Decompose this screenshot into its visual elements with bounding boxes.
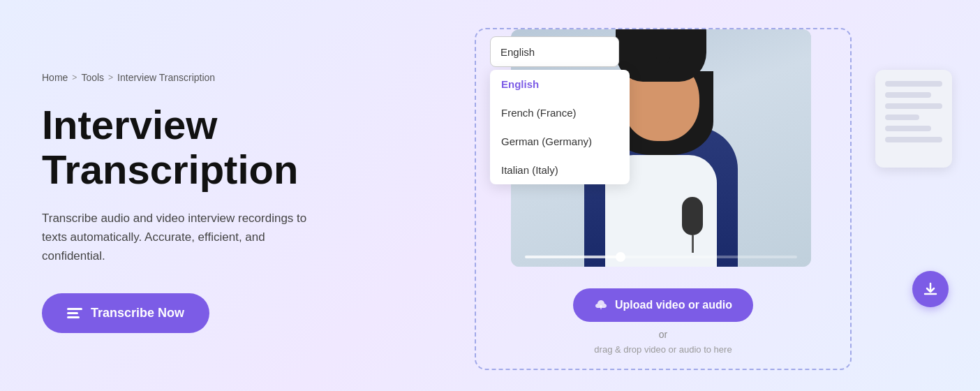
svg-rect-1 <box>67 312 78 314</box>
video-progress-bar[interactable] <box>525 256 797 258</box>
left-section: Home > Tools > Interview Transcription I… <box>42 58 391 333</box>
transcribe-icon <box>67 308 82 319</box>
breadcrumb-home[interactable]: Home <box>42 72 68 83</box>
breadcrumb-current: Interview Transcription <box>117 72 215 83</box>
breadcrumb-sep2: > <box>108 73 113 82</box>
svg-rect-0 <box>67 308 82 310</box>
lang-option-italian[interactable]: Italian (Italy) <box>490 156 630 184</box>
lang-option-french[interactable]: French (France) <box>490 98 630 127</box>
breadcrumb-tools[interactable]: Tools <box>81 72 104 83</box>
lang-option-german[interactable]: German (Germany) <box>490 127 630 156</box>
document-card <box>875 70 952 168</box>
language-menu: English French (France) German (Germany)… <box>490 70 630 184</box>
doc-line-3 <box>885 103 942 109</box>
hero-subtitle: Transcribe audio and video interview rec… <box>42 209 321 266</box>
microphone <box>675 197 710 253</box>
lang-option-english[interactable]: English <box>490 70 630 98</box>
upload-or-text: or <box>524 329 803 340</box>
doc-line-6 <box>885 137 942 142</box>
progress-dot <box>616 252 625 262</box>
right-section: English English French (France) German (… <box>447 14 938 377</box>
download-fab-button[interactable] <box>912 271 949 307</box>
transcribe-btn-label: Transcribe Now <box>91 306 184 320</box>
breadcrumb-sep1: > <box>72 73 77 82</box>
mic-stand <box>692 235 694 253</box>
transcribe-now-button[interactable]: Transcribe Now <box>42 293 209 333</box>
upload-cloud-icon <box>594 298 608 312</box>
upload-button[interactable]: Upload video or audio <box>573 288 753 322</box>
doc-line-5 <box>885 126 931 131</box>
main-upload-card: English English French (France) German (… <box>475 28 852 370</box>
language-select-box[interactable]: English <box>490 36 619 67</box>
progress-fill <box>525 256 621 258</box>
hero-title: Interview Transcription <box>42 103 391 192</box>
svg-rect-2 <box>67 316 80 318</box>
page-wrapper: Home > Tools > Interview Transcription I… <box>0 0 980 391</box>
breadcrumb: Home > Tools > Interview Transcription <box>42 72 391 83</box>
person-ponytail <box>656 29 670 64</box>
language-selected-value: English <box>500 46 535 58</box>
doc-line-1 <box>885 81 942 87</box>
drag-drop-text: drag & drop video or audio to here <box>524 344 803 355</box>
language-dropdown[interactable]: English English French (France) German (… <box>490 36 619 67</box>
upload-btn-label: Upload video or audio <box>615 299 732 311</box>
download-icon <box>923 281 938 297</box>
doc-line-4 <box>885 115 919 120</box>
doc-line-2 <box>885 92 931 98</box>
mic-body <box>682 197 703 235</box>
upload-area: Upload video or audio or drag & drop vid… <box>524 288 803 355</box>
